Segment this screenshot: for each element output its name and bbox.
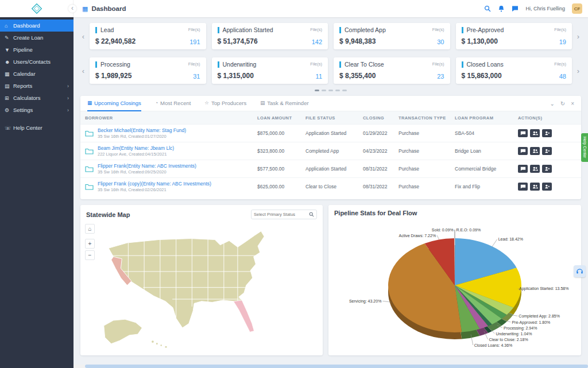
sidebar-item-calculators[interactable]: ⊞Calculators› [0, 92, 74, 104]
refresh-icon[interactable]: ↻ [560, 100, 565, 107]
calculator-icon: ⊞ [5, 95, 13, 101]
stat-card-pre-approved[interactable]: Pre-ApprovedFile(s)$ 1,130,00019 [456, 23, 572, 49]
transaction-type-cell: Purchase [399, 184, 455, 189]
carousel-next-icon[interactable]: › [575, 32, 581, 41]
sidebar-item-calendar[interactable]: ▦Calendar [0, 68, 74, 80]
message-action-icon[interactable] [518, 183, 528, 191]
files-label: File(s) [554, 27, 566, 32]
search-icon[interactable] [309, 212, 314, 217]
map-zoom-in-button[interactable]: + [85, 239, 95, 249]
pie-label-line [492, 239, 497, 246]
user-add-action-icon[interactable] [542, 129, 552, 137]
closing-date-cell: 08/31/2022 [363, 184, 399, 189]
carousel-dot[interactable] [342, 90, 347, 91]
carousel-next-icon[interactable]: › [575, 67, 581, 75]
message-action-icon[interactable] [518, 165, 528, 173]
avatar[interactable]: CF [572, 3, 582, 14]
transaction-type-cell: Purchase [399, 148, 455, 154]
users-action-icon[interactable] [530, 183, 540, 191]
help-center-tab[interactable]: Help Center [581, 133, 588, 162]
tab-upcoming-closings[interactable]: ▦Upcoming Closings [87, 96, 141, 111]
stat-card-application-started[interactable]: Application StartedFile(s)$ 51,374,57614… [212, 23, 328, 49]
tab-most-recent[interactable]: ◔Most Recent [155, 96, 191, 111]
app-logo[interactable] [0, 0, 74, 17]
carousel-prev-icon[interactable]: ‹ [80, 32, 86, 41]
sidebar-item-reports[interactable]: ▤Reports› [0, 80, 74, 92]
column-header-file-status: FILE STATUS [305, 115, 363, 121]
stat-card-title: Lead [95, 27, 114, 33]
state-florida[interactable] [234, 300, 254, 332]
horizontal-scrollbar-thumb[interactable] [85, 365, 588, 368]
sidebar-item-pipeline[interactable]: ▼Pipeline [0, 44, 74, 56]
map-zoom-out-button[interactable]: − [85, 250, 95, 260]
sidebar-collapse-button[interactable]: ‹ [68, 5, 76, 13]
carousel-prev-icon[interactable]: ‹ [80, 67, 86, 75]
pie-slice-label: Closed Loans: 4.36% [474, 343, 513, 347]
stat-card-clear-to-close[interactable]: Clear To CloseFile(s)$ 8,355,40023 [334, 57, 450, 84]
stat-card-completed-app[interactable]: Completed AppFile(s)$ 9,948,38330 [334, 23, 450, 49]
stat-card-file-count: 142 [312, 38, 322, 45]
clock-icon: ◔ [155, 100, 158, 106]
users-action-icon[interactable] [530, 165, 540, 173]
table-row[interactable]: Beam Jim(Entity Name: Jbeam Llc)222 Liqu… [80, 142, 581, 160]
map-panel-title: Statewide Map [86, 211, 130, 218]
report-icon: ▤ [5, 83, 13, 89]
headset-icon [576, 268, 583, 275]
stat-card-title: Pre-Approved [462, 27, 504, 33]
borrower-link[interactable]: Flipper Frank (copy)(Entity Name: ABC In… [98, 181, 211, 187]
carousel-dot[interactable] [328, 90, 333, 91]
stat-card-title: Underwriting [218, 61, 257, 68]
carousel-dot[interactable] [335, 90, 340, 91]
messages-icon[interactable] [512, 5, 519, 12]
column-header-transaction-type: TRANSACTION TYPE [399, 115, 455, 121]
chevron-right-icon: › [67, 83, 69, 89]
borrower-link[interactable]: Beam Jim(Entity Name: Jbeam Llc) [98, 145, 174, 151]
close-panel-icon[interactable]: × [571, 100, 574, 107]
table-row[interactable]: Flipper Frank (copy)(Entity Name: ABC In… [80, 177, 581, 195]
message-action-icon[interactable] [518, 129, 528, 137]
stat-card-amount: $ 15,863,000 [462, 72, 502, 80]
primary-status-input[interactable] [254, 212, 309, 217]
borrower-link[interactable]: Becker Michael(Entity Name: Stag Fund) [98, 127, 186, 133]
stat-card-file-count: 191 [189, 38, 200, 45]
borrower-link[interactable]: Flipper Frank(Entity Name: ABC Investmen… [98, 163, 196, 169]
sidebar-item-dashboard[interactable]: ⌂Dashboard [0, 20, 74, 32]
message-action-icon[interactable] [518, 147, 528, 155]
sidebar-item-label: Reports [13, 83, 32, 89]
stat-card-closed-loans[interactable]: Closed LoansFile(s)$ 15,863,00048 [456, 57, 572, 84]
map-home-button[interactable]: ⌂ [85, 224, 95, 234]
notifications-bell-icon[interactable] [498, 5, 505, 12]
user-add-action-icon[interactable] [542, 183, 552, 191]
sidebar-item-users-contacts[interactable]: ☻Users/Contacts [0, 56, 74, 68]
table-row[interactable]: Becker Michael(Entity Name: Stag Fund)35… [80, 124, 581, 142]
us-map [87, 222, 316, 349]
loan-amount-cell: $323,800.00 [257, 148, 305, 154]
tab-task-reminder[interactable]: ▤Task & Reminder [260, 96, 308, 111]
users-action-icon[interactable] [530, 129, 540, 137]
carousel-dot[interactable] [315, 90, 319, 91]
support-chat-button[interactable] [574, 265, 586, 277]
folder-icon [85, 148, 94, 154]
loan-program-cell: Bridge Loan [455, 148, 518, 154]
pipeline-stats-panel: Pipeline Stats for Deal Flow R.E.O: 0.09… [328, 205, 581, 355]
tab-label: Task & Reminder [267, 100, 308, 106]
stat-card-lead[interactable]: LeadFile(s)$ 22,940,582191 [90, 23, 206, 49]
stat-card-title: Completed App [339, 27, 386, 33]
sidebar-item-create-loan[interactable]: ✎Create Loan [0, 32, 74, 44]
user-add-action-icon[interactable] [542, 165, 552, 173]
stat-card-processing[interactable]: ProcessingFile(s)$ 1,989,92531 [90, 57, 206, 84]
search-icon[interactable] [484, 5, 491, 12]
users-action-icon[interactable] [530, 147, 540, 155]
carousel-dot[interactable] [322, 90, 326, 91]
stat-cards-row-2: ‹ ProcessingFile(s)$ 1,989,92531Underwri… [80, 57, 581, 84]
stat-card-amount: $ 9,948,383 [339, 37, 376, 45]
tab-top-producers[interactable]: ☆Top Producers [204, 96, 246, 111]
table-row[interactable]: Flipper Frank(Entity Name: ABC Investmen… [80, 160, 581, 177]
loan-program-cell: Fix and Flip [455, 184, 518, 189]
sidebar-item-settings[interactable]: ⚙Settings› [0, 104, 74, 116]
folder-icon [85, 165, 94, 172]
sidebar-item-help-center[interactable]: ☏Help Center [0, 122, 74, 134]
user-add-action-icon[interactable] [542, 147, 552, 155]
collapse-panel-icon[interactable]: ⌄ [550, 100, 554, 107]
stat-card-underwriting[interactable]: UnderwritingFile(s)$ 1,315,00011 [212, 57, 328, 84]
